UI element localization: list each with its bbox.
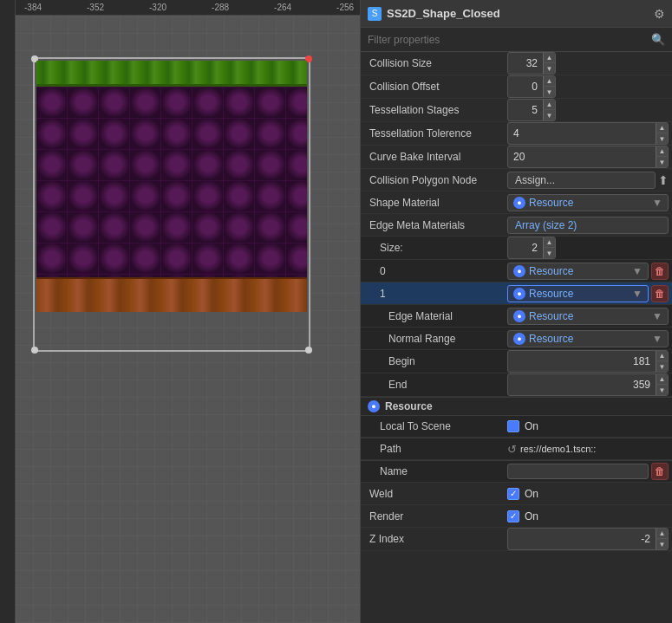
sprite-inner — [36, 61, 307, 312]
tessellation-tolerance-down[interactable]: ▼ — [656, 133, 668, 144]
assign-button[interactable]: Assign... — [507, 172, 656, 189]
size-spinner[interactable]: 2 ▲ ▼ — [507, 237, 556, 259]
prop-row-shape-material: Shape Material ● Resource ▼ — [361, 191, 672, 214]
begin-spinner[interactable]: 181 ▲ ▼ — [507, 350, 669, 373]
name-label: Name — [364, 465, 507, 477]
end-value-wrap: 359 ▲ ▼ — [507, 373, 669, 396]
prop-row-local-to-scene: Local To Scene On — [361, 415, 672, 438]
render-checkbox-label: On — [525, 510, 538, 522]
render-checkbox[interactable]: ✓ — [507, 510, 519, 522]
local-to-scene-checkbox[interactable] — [507, 420, 519, 432]
search-icon[interactable]: 🔍 — [651, 33, 665, 46]
item0-resource-btn[interactable]: ● Resource ▼ — [507, 263, 649, 280]
props-list[interactable]: Collision Size 32 ▲ ▼ Collision Offset 0 — [361, 52, 672, 623]
filter-bar: 🔍 — [361, 28, 672, 52]
ruler-left — [0, 0, 16, 623]
assign-icon: ⬆ — [658, 173, 669, 187]
curve-bake-value-wrap: 20 ▲ ▼ — [507, 146, 669, 168]
edge-material-resource-btn[interactable]: ● Resource ▼ — [507, 308, 669, 325]
item0-dropdown-arrow: ▼ — [632, 265, 643, 277]
curve-bake-down[interactable]: ▼ — [656, 157, 668, 167]
normal-range-resource-btn[interactable]: ● Resource ▼ — [507, 330, 669, 347]
z-index-spinner[interactable]: -2 ▲ ▼ — [507, 528, 669, 550]
tessellation-tolerance-num: 4 — [508, 127, 656, 140]
end-down[interactable]: ▼ — [656, 385, 668, 395]
end-up[interactable]: ▲ — [656, 374, 668, 385]
collision-offset-label: Collision Offset — [364, 81, 507, 93]
end-label: End — [364, 379, 507, 391]
item0-label: 0 — [364, 265, 507, 277]
assign-label: Assign... — [515, 174, 555, 186]
ruler-top: -384 -352 -320 -288 -264 -256 — [0, 0, 360, 16]
normal-range-res-icon: ● — [513, 333, 525, 345]
size-num: 2 — [508, 241, 543, 255]
tessellation-tolerance-up[interactable]: ▲ — [656, 123, 668, 133]
collision-size-spinner[interactable]: 32 ▲ ▼ — [507, 52, 556, 75]
normal-range-value-wrap: ● Resource ▼ — [507, 330, 669, 347]
prop-row-z-index: Z Index -2 ▲ ▼ — [361, 528, 672, 551]
end-spinner[interactable]: 359 ▲ ▼ — [507, 373, 669, 396]
tessellation-stages-down[interactable]: ▼ — [543, 110, 555, 120]
tessellation-stages-num: 5 — [508, 103, 543, 117]
panel-title-icon: S — [368, 7, 382, 21]
begin-label: Begin — [364, 355, 507, 367]
prop-row-path: Path ↺ res://demo1.tscn:: — [361, 438, 672, 460]
size-up[interactable]: ▲ — [543, 237, 555, 248]
corner-br[interactable] — [305, 347, 312, 354]
tessellation-tolerance-label: Tessellation Tolerence — [364, 127, 507, 140]
edge-material-res-icon: ● — [513, 310, 525, 322]
path-label: Path — [364, 443, 507, 455]
path-row: ↺ res://demo1.tscn:: — [507, 443, 669, 456]
collision-offset-down[interactable]: ▼ — [543, 87, 555, 97]
path-value: res://demo1.tscn:: — [520, 444, 669, 454]
collision-size-down[interactable]: ▼ — [543, 63, 555, 74]
tessellation-tolerance-spinner[interactable]: 4 ▲ ▼ — [507, 122, 669, 145]
item1-resource-btn[interactable]: ● Resource ▼ — [507, 285, 649, 302]
prop-row-render: Render ✓ On — [361, 505, 672, 528]
pin-icon[interactable]: ⚙ — [654, 7, 665, 21]
name-value-wrap: 🗑 — [507, 463, 669, 480]
weld-checkbox-wrap: ✓ On — [507, 488, 538, 500]
collision-size-value-wrap: 32 ▲ ▼ — [507, 52, 669, 75]
z-index-up[interactable]: ▲ — [656, 529, 668, 539]
tessellation-stages-value-wrap: 5 ▲ ▼ — [507, 99, 669, 121]
collision-size-label: Collision Size — [364, 57, 507, 69]
item0-delete-btn[interactable]: 🗑 — [651, 263, 669, 280]
name-input[interactable] — [507, 464, 649, 479]
collision-polygon-node-label: Collision Polygon Node — [364, 174, 507, 186]
collision-offset-spinner[interactable]: 0 ▲ ▼ — [507, 75, 556, 98]
tile-area — [36, 87, 307, 277]
path-value-wrap: ↺ res://demo1.tscn:: — [507, 443, 669, 456]
weld-checkbox[interactable]: ✓ — [507, 488, 519, 500]
tessellation-stages-up[interactable]: ▲ — [543, 100, 555, 110]
item1-value-wrap: ● Resource ▼ 🗑 — [507, 285, 669, 302]
filter-input[interactable] — [368, 34, 648, 46]
size-down[interactable]: ▼ — [543, 248, 555, 258]
name-delete-btn[interactable]: 🗑 — [651, 463, 669, 480]
panel-title: SS2D_Shape_Closed — [387, 7, 649, 20]
normal-range-res-label: Resource — [529, 333, 573, 345]
item1-delete-btn[interactable]: 🗑 — [651, 285, 669, 302]
path-reload-icon[interactable]: ↺ — [507, 443, 517, 456]
curve-bake-spinner[interactable]: 20 ▲ ▼ — [507, 146, 669, 168]
tessellation-stages-spinner[interactable]: 5 ▲ ▼ — [507, 99, 556, 121]
prop-row-begin: Begin 181 ▲ ▼ — [361, 350, 672, 373]
begin-up[interactable]: ▲ — [656, 351, 668, 361]
weld-checkbox-label: On — [525, 488, 538, 500]
edge-material-label: Edge Material — [364, 310, 507, 322]
prop-row-curve-bake: Curve Bake Interval 20 ▲ ▼ — [361, 146, 672, 169]
shape-material-resource-btn[interactable]: ● Resource ▼ — [507, 194, 669, 211]
collision-offset-up[interactable]: ▲ — [543, 76, 555, 87]
end-num: 359 — [508, 378, 656, 392]
collision-size-up[interactable]: ▲ — [543, 53, 555, 63]
prop-row-name: Name 🗑 — [361, 460, 672, 483]
tile-pattern — [36, 87, 307, 277]
weld-value-wrap: ✓ On — [507, 488, 669, 500]
z-index-down[interactable]: ▼ — [656, 539, 668, 549]
corner-bl[interactable] — [31, 347, 38, 354]
curve-bake-up[interactable]: ▲ — [656, 146, 668, 157]
edge-material-value-wrap: ● Resource ▼ — [507, 308, 669, 325]
canvas-content[interactable] — [16, 16, 360, 623]
begin-down[interactable]: ▼ — [656, 361, 668, 372]
tessellation-tolerance-value-wrap: 4 ▲ ▼ — [507, 122, 669, 145]
